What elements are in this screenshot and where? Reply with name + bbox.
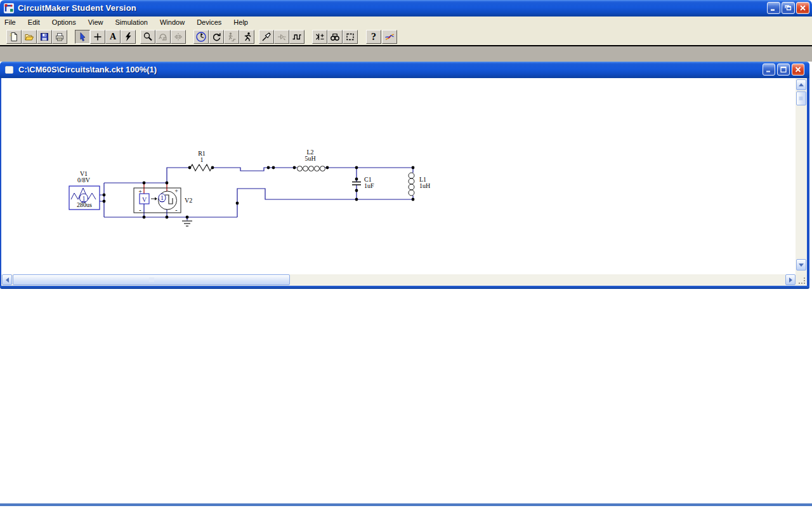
horizontal-scrollbar[interactable] [1,274,796,286]
zoom-tool-button[interactable] [140,30,155,44]
menu-simulation[interactable]: Simulation [110,17,153,29]
component-v2[interactable]: + + - - V 1 V2 [134,187,192,213]
chevron-down-icon [799,264,804,267]
scroll-up-button[interactable] [796,79,806,90]
rotate-button[interactable] [155,30,171,44]
vertical-scroll-thumb[interactable] [796,91,806,105]
save-icon [39,32,49,42]
component-c1[interactable]: C1 1uF [352,176,374,189]
probe-disabled-button[interactable] [274,30,289,44]
device-params-button[interactable] [312,30,327,44]
rotate-icon [158,32,168,42]
wire-plus-icon [93,32,103,42]
component-l1[interactable]: L1 1uH [409,173,430,196]
mdi-background [0,46,812,62]
delete-lightning-icon [123,32,133,42]
v2-minus-left: - [139,206,141,213]
save-button[interactable] [37,30,52,44]
horizontal-scroll-thumb[interactable] [13,274,290,285]
close-button[interactable] [796,2,809,14]
probe-icon [261,32,272,42]
print-icon [55,32,65,42]
find-button[interactable] [327,30,343,44]
doc-minimize-button[interactable] [763,64,775,76]
screen-bottom-edge [0,504,812,506]
schematic: V1 0/8V 1 280us + + - [1,78,796,274]
probe-disabled-icon [277,32,287,42]
mixed-mode-button[interactable] [382,30,397,44]
doc-maximize-icon [780,66,787,73]
macro-button[interactable] [343,30,358,44]
meter-icon [195,31,207,43]
chevron-left-icon [6,277,9,283]
chevron-up-icon [799,83,804,86]
scroll-down-button[interactable] [796,259,806,271]
minimize-button[interactable] [767,2,780,14]
doc-minimize-icon [765,66,773,73]
app-title: CircuitMaker Student Version [18,3,136,13]
menu-view[interactable]: View [83,17,108,29]
menu-edit[interactable]: Edit [23,17,45,29]
text-tool-button[interactable]: A [105,30,121,44]
l1-value-label: 1uH [419,182,430,189]
document-titlebar: C:\CM60S\Circuits\tank.ckt 100%(1) [0,62,809,78]
new-document-icon [9,32,19,42]
waveforms-button[interactable] [289,30,304,44]
scroll-left-button[interactable] [2,274,12,285]
vertical-scrollbar[interactable] [796,78,807,274]
document-window: C:\CM60S\Circuits\tank.ckt 100%(1) [0,62,809,289]
step-button[interactable] [224,30,239,44]
thumb-grip [149,277,154,282]
probe-tool-button[interactable] [259,30,274,44]
thumb-grip [799,97,804,100]
reset-icon [211,32,221,42]
select-tool-button[interactable] [75,30,90,44]
print-button[interactable] [52,30,67,44]
delete-tool-button[interactable] [121,30,136,44]
menu-devices[interactable]: Devices [192,17,226,29]
search-binoculars-icon [330,32,340,42]
v1-param-label: 280us [77,201,92,208]
new-document-button[interactable] [6,30,22,44]
schematic-canvas[interactable]: V1 0/8V 1 280us + + - [1,78,796,274]
circuitmaker-logo-icon [3,3,15,14]
document-icon [5,66,13,74]
select-arrow-icon [77,32,88,42]
component-v1[interactable]: V1 0/8V 1 280us [69,170,100,210]
open-file-button[interactable] [22,30,37,44]
reset-button[interactable] [209,30,224,44]
step-icon [226,32,237,42]
l2-value-label: 5uH [304,155,315,162]
mirror-button[interactable] [171,30,186,44]
menu-file[interactable]: File [0,17,21,29]
run-button[interactable] [239,30,254,44]
v2-source-letter: V [142,196,147,203]
zoom-icon [143,32,153,42]
menu-options[interactable]: Options [47,17,81,29]
help-icon: ? [371,32,376,42]
restore-button[interactable] [782,2,795,14]
wire-tool-button[interactable] [90,30,105,44]
component-r1[interactable]: R1 1 [190,150,212,171]
scroll-right-button[interactable] [785,274,796,285]
v1-value-label: 0/8V [77,177,91,184]
chevron-right-icon [789,277,792,283]
component-l2[interactable]: L2 5uH [298,149,325,171]
ground-symbol[interactable] [182,221,192,226]
menu-window[interactable]: Window [155,17,190,29]
menu-help[interactable]: Help [228,17,253,29]
v2-ref-label: V2 [185,197,192,204]
document-title: C:\CM60S\Circuits\tank.ckt 100%(1) [18,65,157,74]
scrollbar-corner[interactable] [796,274,807,286]
analog-meter-button[interactable] [193,30,209,44]
doc-maximize-button[interactable] [777,64,790,76]
v2-pin-label: 1 [160,194,164,201]
junction-dots [103,166,415,219]
doc-close-button[interactable] [792,64,804,76]
menubar: File Edit Options View Simulation Window… [0,17,812,29]
text-tool-icon: A [110,32,116,41]
document-body: V1 0/8V 1 280us + + - [0,78,809,286]
restore-icon [784,4,792,11]
help-button[interactable]: ? [366,30,381,44]
v2-plus-right: + [174,187,178,194]
